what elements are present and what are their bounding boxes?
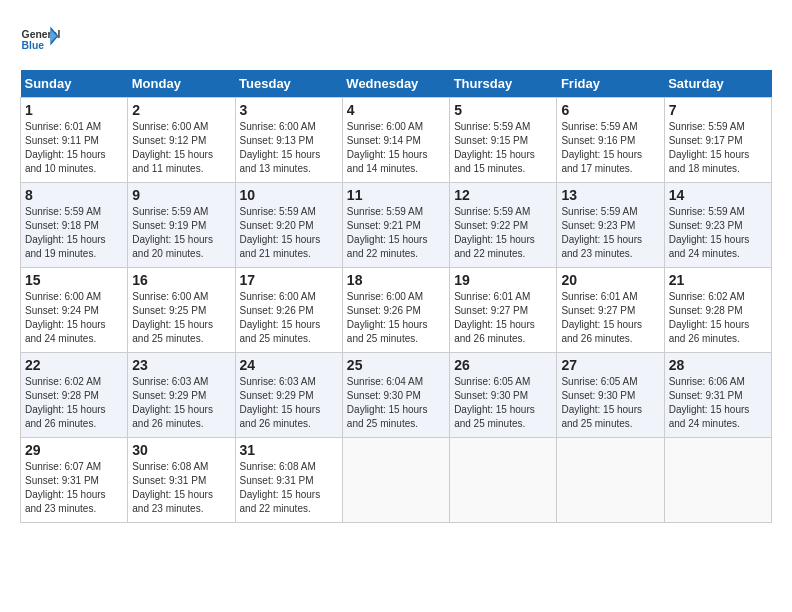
logo-icon: General Blue (20, 20, 60, 60)
calendar-cell: 31 Sunrise: 6:08 AMSunset: 9:31 PMDaylig… (235, 438, 342, 523)
day-number: 3 (240, 102, 338, 118)
weekday-header: Tuesday (235, 70, 342, 98)
calendar-cell: 24 Sunrise: 6:03 AMSunset: 9:29 PMDaylig… (235, 353, 342, 438)
day-info: Sunrise: 6:00 AMSunset: 9:13 PMDaylight:… (240, 120, 338, 176)
calendar-cell (664, 438, 771, 523)
day-number: 28 (669, 357, 767, 373)
calendar-cell: 19 Sunrise: 6:01 AMSunset: 9:27 PMDaylig… (450, 268, 557, 353)
weekday-header-row: SundayMondayTuesdayWednesdayThursdayFrid… (21, 70, 772, 98)
calendar-cell: 3 Sunrise: 6:00 AMSunset: 9:13 PMDayligh… (235, 98, 342, 183)
day-number: 23 (132, 357, 230, 373)
day-number: 14 (669, 187, 767, 203)
day-info: Sunrise: 6:08 AMSunset: 9:31 PMDaylight:… (132, 460, 230, 516)
day-number: 1 (25, 102, 123, 118)
calendar-cell: 15 Sunrise: 6:00 AMSunset: 9:24 PMDaylig… (21, 268, 128, 353)
day-number: 15 (25, 272, 123, 288)
calendar-week-row: 15 Sunrise: 6:00 AMSunset: 9:24 PMDaylig… (21, 268, 772, 353)
day-info: Sunrise: 5:59 AMSunset: 9:18 PMDaylight:… (25, 205, 123, 261)
calendar-cell: 27 Sunrise: 6:05 AMSunset: 9:30 PMDaylig… (557, 353, 664, 438)
page-header: General Blue (20, 20, 772, 60)
day-info: Sunrise: 6:07 AMSunset: 9:31 PMDaylight:… (25, 460, 123, 516)
day-info: Sunrise: 6:04 AMSunset: 9:30 PMDaylight:… (347, 375, 445, 431)
day-info: Sunrise: 5:59 AMSunset: 9:16 PMDaylight:… (561, 120, 659, 176)
calendar-week-row: 29 Sunrise: 6:07 AMSunset: 9:31 PMDaylig… (21, 438, 772, 523)
calendar-cell: 22 Sunrise: 6:02 AMSunset: 9:28 PMDaylig… (21, 353, 128, 438)
day-number: 20 (561, 272, 659, 288)
day-info: Sunrise: 6:00 AMSunset: 9:26 PMDaylight:… (240, 290, 338, 346)
day-number: 16 (132, 272, 230, 288)
day-number: 8 (25, 187, 123, 203)
calendar-cell: 18 Sunrise: 6:00 AMSunset: 9:26 PMDaylig… (342, 268, 449, 353)
day-info: Sunrise: 6:00 AMSunset: 9:26 PMDaylight:… (347, 290, 445, 346)
calendar-cell: 12 Sunrise: 5:59 AMSunset: 9:22 PMDaylig… (450, 183, 557, 268)
day-info: Sunrise: 5:59 AMSunset: 9:17 PMDaylight:… (669, 120, 767, 176)
calendar-week-row: 8 Sunrise: 5:59 AMSunset: 9:18 PMDayligh… (21, 183, 772, 268)
calendar-table: SundayMondayTuesdayWednesdayThursdayFrid… (20, 70, 772, 523)
day-number: 13 (561, 187, 659, 203)
calendar-week-row: 1 Sunrise: 6:01 AMSunset: 9:11 PMDayligh… (21, 98, 772, 183)
calendar-cell: 1 Sunrise: 6:01 AMSunset: 9:11 PMDayligh… (21, 98, 128, 183)
day-info: Sunrise: 6:01 AMSunset: 9:27 PMDaylight:… (454, 290, 552, 346)
day-number: 24 (240, 357, 338, 373)
day-number: 7 (669, 102, 767, 118)
calendar-week-row: 22 Sunrise: 6:02 AMSunset: 9:28 PMDaylig… (21, 353, 772, 438)
day-number: 21 (669, 272, 767, 288)
calendar-cell: 8 Sunrise: 5:59 AMSunset: 9:18 PMDayligh… (21, 183, 128, 268)
calendar-cell: 25 Sunrise: 6:04 AMSunset: 9:30 PMDaylig… (342, 353, 449, 438)
day-info: Sunrise: 6:03 AMSunset: 9:29 PMDaylight:… (240, 375, 338, 431)
day-number: 2 (132, 102, 230, 118)
day-number: 18 (347, 272, 445, 288)
day-info: Sunrise: 5:59 AMSunset: 9:21 PMDaylight:… (347, 205, 445, 261)
calendar-cell: 30 Sunrise: 6:08 AMSunset: 9:31 PMDaylig… (128, 438, 235, 523)
day-number: 26 (454, 357, 552, 373)
day-info: Sunrise: 6:01 AMSunset: 9:27 PMDaylight:… (561, 290, 659, 346)
weekday-header: Sunday (21, 70, 128, 98)
calendar-cell: 11 Sunrise: 5:59 AMSunset: 9:21 PMDaylig… (342, 183, 449, 268)
day-info: Sunrise: 5:59 AMSunset: 9:20 PMDaylight:… (240, 205, 338, 261)
day-info: Sunrise: 5:59 AMSunset: 9:15 PMDaylight:… (454, 120, 552, 176)
calendar-cell: 14 Sunrise: 5:59 AMSunset: 9:23 PMDaylig… (664, 183, 771, 268)
day-number: 10 (240, 187, 338, 203)
day-info: Sunrise: 5:59 AMSunset: 9:23 PMDaylight:… (561, 205, 659, 261)
day-number: 30 (132, 442, 230, 458)
day-number: 5 (454, 102, 552, 118)
calendar-cell (450, 438, 557, 523)
calendar-cell (557, 438, 664, 523)
day-info: Sunrise: 6:00 AMSunset: 9:14 PMDaylight:… (347, 120, 445, 176)
calendar-cell: 5 Sunrise: 5:59 AMSunset: 9:15 PMDayligh… (450, 98, 557, 183)
weekday-header: Friday (557, 70, 664, 98)
calendar-cell: 17 Sunrise: 6:00 AMSunset: 9:26 PMDaylig… (235, 268, 342, 353)
day-info: Sunrise: 6:06 AMSunset: 9:31 PMDaylight:… (669, 375, 767, 431)
svg-text:Blue: Blue (22, 40, 45, 51)
day-number: 22 (25, 357, 123, 373)
calendar-cell: 13 Sunrise: 5:59 AMSunset: 9:23 PMDaylig… (557, 183, 664, 268)
day-number: 25 (347, 357, 445, 373)
weekday-header: Thursday (450, 70, 557, 98)
calendar-cell: 6 Sunrise: 5:59 AMSunset: 9:16 PMDayligh… (557, 98, 664, 183)
calendar-cell: 16 Sunrise: 6:00 AMSunset: 9:25 PMDaylig… (128, 268, 235, 353)
calendar-cell: 21 Sunrise: 6:02 AMSunset: 9:28 PMDaylig… (664, 268, 771, 353)
day-info: Sunrise: 6:00 AMSunset: 9:24 PMDaylight:… (25, 290, 123, 346)
calendar-cell: 4 Sunrise: 6:00 AMSunset: 9:14 PMDayligh… (342, 98, 449, 183)
day-info: Sunrise: 6:00 AMSunset: 9:25 PMDaylight:… (132, 290, 230, 346)
calendar-cell: 29 Sunrise: 6:07 AMSunset: 9:31 PMDaylig… (21, 438, 128, 523)
day-number: 27 (561, 357, 659, 373)
day-info: Sunrise: 6:05 AMSunset: 9:30 PMDaylight:… (454, 375, 552, 431)
calendar-cell: 2 Sunrise: 6:00 AMSunset: 9:12 PMDayligh… (128, 98, 235, 183)
calendar-cell: 26 Sunrise: 6:05 AMSunset: 9:30 PMDaylig… (450, 353, 557, 438)
day-info: Sunrise: 5:59 AMSunset: 9:23 PMDaylight:… (669, 205, 767, 261)
calendar-cell (342, 438, 449, 523)
day-info: Sunrise: 6:03 AMSunset: 9:29 PMDaylight:… (132, 375, 230, 431)
calendar-cell: 10 Sunrise: 5:59 AMSunset: 9:20 PMDaylig… (235, 183, 342, 268)
logo: General Blue (20, 20, 64, 60)
calendar-cell: 20 Sunrise: 6:01 AMSunset: 9:27 PMDaylig… (557, 268, 664, 353)
day-info: Sunrise: 6:02 AMSunset: 9:28 PMDaylight:… (669, 290, 767, 346)
day-info: Sunrise: 6:08 AMSunset: 9:31 PMDaylight:… (240, 460, 338, 516)
calendar-cell: 23 Sunrise: 6:03 AMSunset: 9:29 PMDaylig… (128, 353, 235, 438)
day-number: 17 (240, 272, 338, 288)
day-number: 4 (347, 102, 445, 118)
day-info: Sunrise: 5:59 AMSunset: 9:22 PMDaylight:… (454, 205, 552, 261)
weekday-header: Saturday (664, 70, 771, 98)
calendar-cell: 28 Sunrise: 6:06 AMSunset: 9:31 PMDaylig… (664, 353, 771, 438)
calendar-cell: 9 Sunrise: 5:59 AMSunset: 9:19 PMDayligh… (128, 183, 235, 268)
